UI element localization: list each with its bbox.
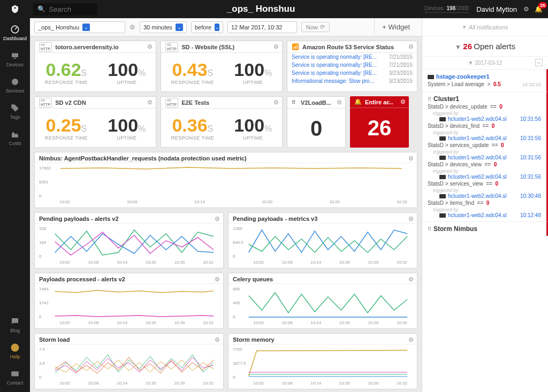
alert-metric-line[interactable]: StatsD > services_view == 0 [428,180,541,188]
nav-tags[interactable]: Tags [10,103,20,120]
rss-link[interactable]: Service is operating normally: [RE... [292,54,377,60]
gear-icon[interactable]: ⚙ [337,99,342,106]
collapse-button[interactable]: − [535,59,543,66]
chart-processed-alerts[interactable]: Payloads processed - alerts v2⚙ 74843742… [34,273,224,329]
nav-blog[interactable]: Blog [10,317,20,333]
dashboard-selector[interactable]: _ops_ Honshuu⌄ [34,21,125,33]
gear-icon[interactable]: ⚙ [408,216,414,222]
brand-logo[interactable] [0,4,30,14]
gear-icon[interactable]: ⚙ [400,98,406,105]
gear-icon[interactable]: ⚙ [273,99,279,106]
alert-metric-line[interactable]: StatsD > services_update == 0 [428,141,541,149]
alert-trigger-device[interactable]: hcluster1-web2.wdc04.sl10:31:56 [428,116,541,122]
rss-tile-aws[interactable]: 📶Amazon Route 53 Service Status⚙ Service… [287,41,417,92]
triggered-by-label: triggered by [428,168,541,174]
alert-trigger-device[interactable]: hcluster1-web2.wdc04.sl10:31:56 [428,174,541,180]
http-icon: <>HTTP [39,98,52,107]
gear-icon[interactable]: ⚙ [408,43,414,50]
chart-storm-load[interactable]: Storm load⚙ 7.53.80 10:0210:0810:1410:20… [34,333,224,389]
settings-icon[interactable]: ⚙ [523,5,529,13]
filter-icon: ▾ [462,24,466,30]
chart-nimbus[interactable]: Nimbus: AgentPostbackHandler_requests (n… [34,152,417,208]
nav-help[interactable]: Help [10,343,20,359]
count-tile-v2load[interactable]: ⠿V2LoadB...⚙ 0 [287,96,346,148]
gear-icon[interactable]: ⚙ [408,276,414,283]
chart-celery-queues[interactable]: Celery queues⚙ 8004000 10:0210:0810:1410… [228,273,417,329]
rss-date: 7/21/2015 [389,54,413,60]
svg-text:7484: 7484 [39,287,49,291]
gear-icon[interactable]: ⚙ [215,336,220,343]
http-icon: <>HTTP [39,42,52,52]
alert-trigger-device[interactable]: hcluster1-web2.wdc04.sl10:12:48 [428,212,541,218]
now-button[interactable]: Now⟳ [301,22,330,32]
count-tile-entire-account[interactable]: 🔔Entire ac..⚙ 26 [350,96,409,148]
http-tile-ssl[interactable]: <>HTTPSD - Website (SSL)⚙ 0.43SRESPONSE … [161,41,283,92]
device-count[interactable]: Devices 198/2000 [424,5,469,13]
add-widget-button[interactable]: + Widget [374,18,417,36]
alert-trigger-device[interactable]: hcluster1-web2.wdc04.sl10:30:48 [428,193,541,199]
global-search[interactable]: 🔍 [33,3,97,16]
notifications-icon[interactable]: 🔔26 [535,5,543,13]
before-after-selector[interactable]: before⌄ [191,21,223,33]
alert-metric-line[interactable]: StatsD > items_find == 0 [428,199,541,207]
chart-pending-metrics[interactable]: Pending payloads - metrics v3⚙ 1289644.5… [228,212,417,268]
device-icon [439,213,446,218]
gear-icon[interactable]: ⚙ [215,276,220,283]
rss-item[interactable]: Informational message: Slow pro...3/23/2… [287,77,417,85]
alert-group-zookeeper[interactable]: hstage-zookeeper1 System > Load average … [422,69,548,91]
open-alerts-header[interactable]: ▼ 26 Open alerts − [422,36,548,57]
http-tile-totoro[interactable]: <>HTTPtotoro.serverdensity.io⚙ 0.62SRESP… [34,41,156,92]
svg-text:0: 0 [233,375,235,380]
device-icon [428,75,434,79]
rss-link[interactable]: Informational message: Slow pro... [292,78,374,84]
nav-costs[interactable]: Costs [9,129,21,146]
svg-text:0: 0 [39,314,42,319]
nav-dashboard[interactable]: Dashboard [3,25,27,41]
chevron-down-icon: ⌄ [82,24,90,31]
alert-metric-line[interactable]: StatsD > devices_update == 0 [428,103,541,111]
http-tile-cdn[interactable]: <>HTTPSD v2 CDN⚙ 0.25SRESPONSE TIME 100%… [34,96,156,148]
device-icon [439,194,446,198]
alert-metric-line[interactable]: StatsD > devices_find == 0 [428,122,541,130]
triggered-by-label: triggered by [428,188,541,193]
http-tile-e2e[interactable]: <>HTTPE2E Tests⚙ 0.36SRESPONSE TIME 100%… [161,96,283,148]
grip-icon: ⠿ [292,99,295,105]
nav-services[interactable]: Services [6,77,25,94]
timerange-selector[interactable]: 30 minutes⌄ [140,21,187,33]
gear-icon[interactable]: ⚙ [147,99,153,106]
rss-item[interactable]: Service is operating normally: [RE...7/2… [287,61,417,69]
gear-icon[interactable]: ⚙ [273,43,279,50]
alert-group-storm-nimbus[interactable]: ⠿Storm Nimbus [422,221,548,236]
chart-pending-alerts[interactable]: Pending payloads - alerts v2⚙ 3381690 10… [34,212,224,268]
notifications-filter[interactable]: ▾All notifications [422,18,548,36]
gear-icon[interactable]: ⚙ [408,155,414,162]
date-selector[interactable]: 12 Mar 2017, 10:32 [227,21,297,33]
rss-item[interactable]: Service is operating normally: [RE...7/2… [287,53,417,61]
svg-text:0: 0 [39,194,42,198]
alert-metric-line[interactable]: StatsD > devices_view == 0 [428,160,541,168]
nav-devices[interactable]: Devices [6,51,24,67]
user-menu[interactable]: David Mytton [476,5,517,13]
alert-trigger-device[interactable]: hcluster1-web2.wdc04.sl10:31:56 [428,135,541,141]
notification-badge: 26 [538,2,547,9]
gear-icon[interactable]: ⚙ [147,43,153,50]
grip-icon: ⠿ [428,226,431,232]
svg-text:0: 0 [39,375,42,380]
device-icon [439,156,446,160]
gear-icon[interactable]: ⚙ [215,216,220,222]
topbar: 🔍 _ops_ Honshuu Devices 198/2000 David M… [0,0,548,18]
device-icon [439,136,446,141]
nav-contact[interactable]: Contact [6,369,23,386]
chart-storm-memory[interactable]: Storm memory⚙ 77553877.50 10:0210:0810:1… [228,333,417,389]
rss-item[interactable]: Service is operating normally: [RE...3/2… [287,69,417,77]
svg-text:7755: 7755 [233,347,242,352]
search-input[interactable] [49,5,92,13]
alert-group-cluster1[interactable]: ⠿Cluster1 StatsD > devices_update == 0tr… [422,91,548,221]
alerts-date-group: ▼ 2017-03-12 [422,57,548,69]
gear-icon[interactable]: ⚙ [408,336,414,343]
rss-link[interactable]: Service is operating normally: [RE... [292,62,377,68]
alert-trigger-device[interactable]: hcluster1-web2.wdc04.sl10:31:56 [428,155,541,160]
rss-icon: 📶 [292,43,299,50]
dashboard-settings-icon[interactable]: ⚙ [130,24,135,31]
rss-link[interactable]: Service is operating normally: [RE... [292,70,377,76]
